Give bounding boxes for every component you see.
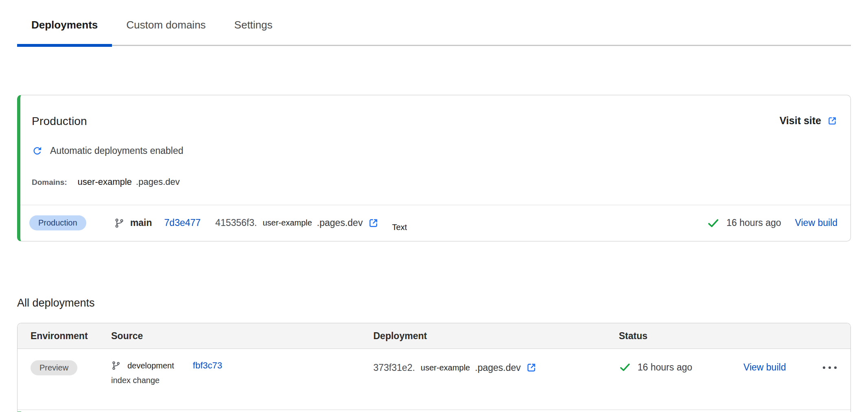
branch-name: development <box>127 361 174 370</box>
view-build-link[interactable]: View build <box>743 362 786 373</box>
table-header-row: Environment Source Deployment Status <box>18 323 850 349</box>
refresh-icon <box>32 145 43 156</box>
external-link-icon[interactable] <box>526 362 537 373</box>
environment-badge: Preview <box>31 360 77 375</box>
visit-site-label: Visit site <box>780 115 821 127</box>
table-row: Preview development fbf3c73 index change <box>18 349 850 410</box>
external-link-icon[interactable] <box>368 217 379 229</box>
success-check-icon <box>707 217 720 230</box>
deployment-domain: user-example <box>263 218 312 228</box>
commit-link[interactable]: 7d3e477 <box>164 217 201 228</box>
success-check-icon <box>619 361 631 373</box>
all-deployments-heading: All deployments <box>17 297 851 309</box>
column-header-source: Source <box>111 331 373 342</box>
overflow-menu-icon[interactable] <box>821 365 838 370</box>
deployment-domain: user-example <box>421 363 470 373</box>
column-header-deployment: Deployment <box>373 331 619 342</box>
branch-name: main <box>130 217 152 228</box>
deployment-domain-suffix: .pages.dev <box>317 217 363 228</box>
production-card: Production Visit site Automatic deploym <box>17 95 851 241</box>
tab-settings[interactable]: Settings <box>220 12 287 45</box>
commit-message: index change <box>111 376 373 385</box>
git-branch-icon <box>111 361 121 370</box>
domains-label: Domains: <box>32 178 67 187</box>
external-link-icon <box>827 116 837 126</box>
production-card-title: Production <box>32 115 87 128</box>
deployment-time: 16 hours ago <box>726 217 781 228</box>
tab-deployments[interactable]: Deployments <box>17 12 112 45</box>
domain-name: user-example <box>78 177 132 187</box>
auto-deployments-text: Automatic deployments enabled <box>50 145 183 156</box>
deployments-table: Environment Source Deployment Status Pre… <box>17 323 851 412</box>
deployment-id: 415356f3. <box>215 217 257 228</box>
deployment-id: 373f31e2. <box>373 362 415 373</box>
environment-badge: Production <box>29 215 86 230</box>
column-header-environment: Environment <box>18 331 111 342</box>
deployment-domain-suffix: .pages.dev <box>475 362 521 373</box>
text-annotation: Text <box>392 223 407 232</box>
tab-bar: Deployments Custom domains Settings <box>17 0 851 46</box>
production-deployment-row: Production main 7d3e477 415356f3. user-e… <box>20 205 850 241</box>
commit-link[interactable]: fbf3c73 <box>193 360 222 371</box>
deployment-time: 16 hours ago <box>638 362 692 373</box>
tab-custom-domains[interactable]: Custom domains <box>112 12 220 45</box>
view-build-link[interactable]: View build <box>795 217 837 228</box>
column-header-status: Status <box>619 331 743 342</box>
visit-site-link[interactable]: Visit site <box>780 115 837 127</box>
domain-suffix: .pages.dev <box>136 177 180 187</box>
git-branch-icon <box>114 218 125 228</box>
